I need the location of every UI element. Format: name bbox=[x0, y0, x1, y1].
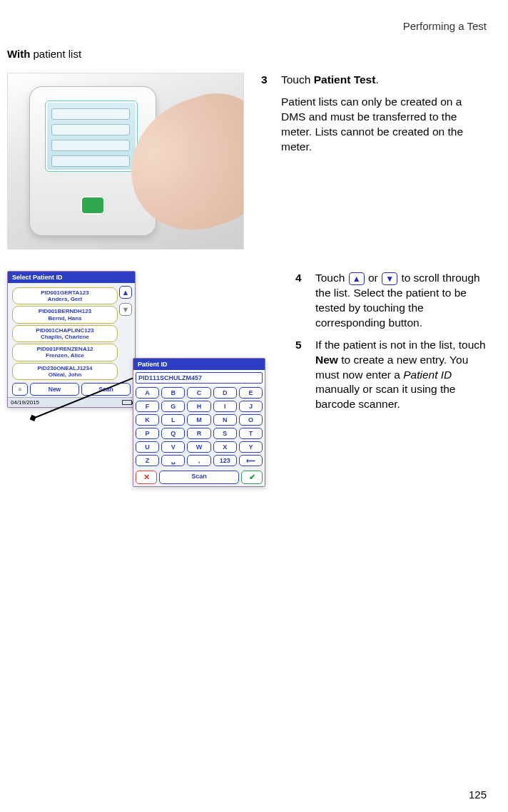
meter-screen bbox=[45, 101, 138, 172]
new-button[interactable]: New bbox=[30, 383, 79, 396]
patient-row[interactable]: PID001BERNDH123Bernd, Hans bbox=[12, 306, 118, 323]
key[interactable]: P bbox=[136, 428, 159, 439]
pid: PID001GERTA123 bbox=[41, 289, 88, 296]
step4-text: Touch ▲ or ▼ to scroll through the list.… bbox=[315, 271, 487, 331]
patient-id-window: Patient ID PID111SCHULZM457 A B C D E F … bbox=[133, 358, 265, 487]
subhead-bold: With bbox=[7, 48, 30, 60]
step3-text: Touch Patient Test. Patient lists can on… bbox=[281, 73, 487, 155]
power-button-icon bbox=[81, 196, 105, 215]
scroll-up-button[interactable]: ▲ bbox=[119, 286, 132, 299]
key[interactable]: J bbox=[239, 401, 263, 412]
key[interactable]: R bbox=[187, 428, 210, 439]
page-number: 125 bbox=[469, 788, 487, 801]
pid: PID001BERNDH123 bbox=[39, 308, 91, 314]
pname: Chaplin, Charlene bbox=[41, 334, 89, 340]
window-title: Patient ID bbox=[133, 359, 265, 370]
pid: PID230ONEALJ1234 bbox=[38, 365, 93, 371]
key[interactable]: D bbox=[213, 387, 237, 399]
patient-row[interactable]: PID001FRENZENA12Frenzen, Alice bbox=[12, 344, 118, 361]
subheading: With patient list bbox=[7, 48, 487, 60]
key[interactable]: X bbox=[213, 441, 237, 453]
list-icon-button[interactable]: ≡ bbox=[12, 383, 28, 396]
key[interactable]: M bbox=[187, 414, 210, 426]
step-number: 4 bbox=[295, 271, 305, 331]
pname: Frenzen, Alice bbox=[46, 352, 84, 359]
keyboard: A B C D E F G H I J K L M N bbox=[133, 386, 265, 471]
patient-row[interactable]: PID001CHAPLINC123Chaplin, Charlene bbox=[12, 325, 118, 342]
key[interactable]: , bbox=[187, 455, 210, 466]
key[interactable]: O bbox=[239, 414, 263, 426]
t: Touch bbox=[281, 73, 314, 86]
cancel-button[interactable]: ✕ bbox=[136, 471, 157, 484]
down-arrow-icon: ▼ bbox=[382, 272, 397, 285]
window-title: Select Patient ID bbox=[8, 272, 135, 283]
key[interactable]: A bbox=[136, 387, 159, 399]
battery-icon bbox=[122, 400, 132, 405]
device-photo bbox=[7, 73, 244, 250]
step-number: 5 bbox=[295, 338, 305, 413]
subhead-rest: patient list bbox=[30, 48, 81, 60]
key[interactable]: L bbox=[161, 414, 185, 426]
key[interactable]: G bbox=[161, 401, 185, 412]
backspace-key[interactable]: ⟵ bbox=[239, 455, 263, 466]
key[interactable]: B bbox=[161, 387, 185, 399]
pname: Bernd, Hans bbox=[48, 315, 81, 322]
new-label: New bbox=[315, 354, 338, 366]
select-patient-window: Select Patient ID ▲ ▼ PID001GERTA123Ande… bbox=[7, 271, 136, 408]
key[interactable]: K bbox=[136, 414, 159, 426]
step3-para: Patient lists can only be created on a D… bbox=[281, 95, 487, 155]
key[interactable]: T bbox=[239, 428, 263, 439]
key[interactable]: E bbox=[239, 387, 263, 399]
key[interactable]: H bbox=[187, 401, 210, 412]
key[interactable]: C bbox=[187, 387, 210, 399]
key[interactable]: F bbox=[136, 401, 159, 412]
key[interactable]: I bbox=[213, 401, 237, 412]
up-arrow-icon: ▲ bbox=[349, 272, 365, 285]
patient-row[interactable]: PID001GERTA123Anders, Gert bbox=[12, 287, 118, 304]
key[interactable]: Z bbox=[136, 455, 159, 466]
date-label: 04/19/2015 bbox=[11, 399, 39, 406]
scroll-down-button[interactable]: ▼ bbox=[119, 303, 132, 316]
section-header: Performing a Test bbox=[7, 20, 487, 32]
numeric-key[interactable]: 123 bbox=[213, 455, 237, 466]
t: Touch bbox=[315, 272, 348, 284]
key[interactable]: Q bbox=[161, 428, 185, 439]
patient-id-input[interactable]: PID111SCHULZM457 bbox=[136, 372, 263, 384]
confirm-button[interactable]: ✔ bbox=[241, 471, 263, 484]
t: . bbox=[375, 73, 378, 86]
patient-row[interactable]: PID230ONEALJ1234ONeal, John bbox=[12, 363, 118, 380]
pid: PID001CHAPLINC123 bbox=[36, 327, 93, 334]
patient-id-ital: Patient ID bbox=[403, 369, 452, 381]
step5-text: If the patient is not in the list, touch… bbox=[315, 338, 487, 413]
key[interactable]: U bbox=[136, 441, 159, 453]
key[interactable]: W bbox=[187, 441, 210, 453]
key[interactable]: V bbox=[161, 441, 185, 453]
t: If the patient is not in the list, touch bbox=[315, 339, 486, 351]
pid: PID001FRENZENA12 bbox=[36, 346, 93, 352]
t: or bbox=[365, 272, 381, 284]
step-number: 3 bbox=[261, 73, 271, 155]
key[interactable]: S bbox=[213, 428, 237, 439]
pname: Anders, Gert bbox=[48, 296, 82, 302]
space-key[interactable]: ␣ bbox=[161, 455, 185, 466]
key[interactable]: N bbox=[213, 414, 237, 426]
pname: ONeal, John bbox=[49, 371, 82, 378]
patient-test-label: Patient Test bbox=[314, 73, 376, 86]
scan-button[interactable]: Scan bbox=[159, 471, 239, 484]
t: manually or scan it using the barcode sc… bbox=[315, 383, 455, 410]
key[interactable]: Y bbox=[239, 441, 263, 453]
